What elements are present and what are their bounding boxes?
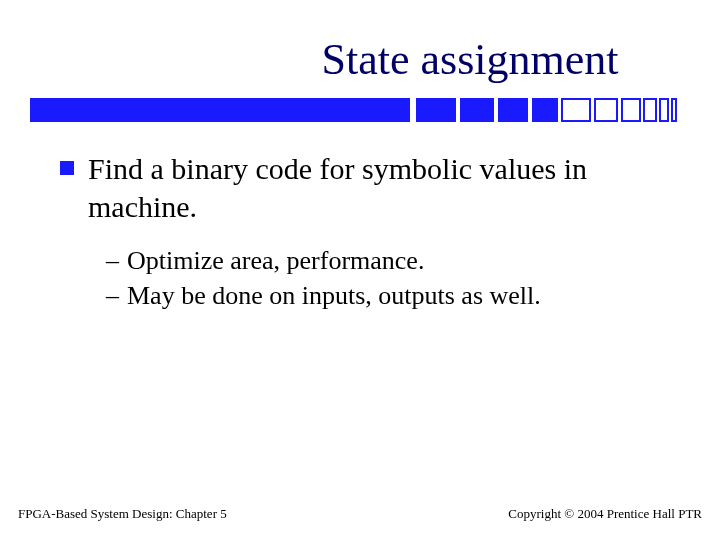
bullet-level2-group: – Optimize area, performance. – May be d… xyxy=(106,243,660,313)
bar-box xyxy=(498,98,528,122)
bar-box xyxy=(671,98,677,122)
bar-box xyxy=(621,98,641,122)
bar-box xyxy=(659,98,669,122)
square-bullet-icon xyxy=(60,161,74,175)
bullet-sub-text: Optimize area, performance. xyxy=(127,243,424,278)
bar-box xyxy=(460,98,494,122)
bar-box xyxy=(532,98,558,122)
bullet-sub-item: – May be done on inputs, outputs as well… xyxy=(106,278,660,313)
bar-box xyxy=(416,98,456,122)
slide-title: State assignment xyxy=(0,34,720,85)
footer-left: FPGA-Based System Design: Chapter 5 xyxy=(18,506,227,522)
bullet-level1: Find a binary code for symbolic values i… xyxy=(60,150,660,225)
bar-boxes xyxy=(416,98,677,122)
bar-box xyxy=(594,98,618,122)
slide: State assignment Find a binary code for … xyxy=(0,0,720,540)
content-area: Find a binary code for symbolic values i… xyxy=(60,150,660,313)
footer-right: Copyright © 2004 Prentice Hall PTR xyxy=(508,506,702,522)
dash-icon: – xyxy=(106,243,119,278)
bar-box xyxy=(643,98,657,122)
bullet-main-text: Find a binary code for symbolic values i… xyxy=(88,150,660,225)
dash-icon: – xyxy=(106,278,119,313)
bar-box xyxy=(561,98,591,122)
decorative-bar xyxy=(30,98,692,122)
bar-solid xyxy=(30,98,410,122)
bullet-sub-text: May be done on inputs, outputs as well. xyxy=(127,278,541,313)
bullet-sub-item: – Optimize area, performance. xyxy=(106,243,660,278)
